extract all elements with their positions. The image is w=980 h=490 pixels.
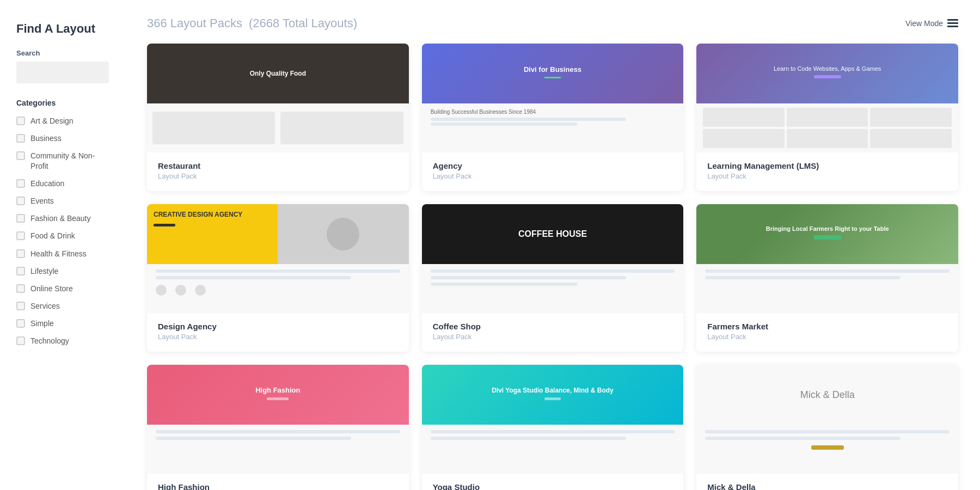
card-yoga[interactable]: Divi Yoga Studio Balance, Mind & Body Yo…: [422, 365, 684, 490]
card-subtitle-design-agency: Layout Pack: [158, 333, 398, 341]
search-input[interactable]: [16, 62, 109, 83]
category-checkbox-simple[interactable]: [16, 319, 25, 328]
card-fashion[interactable]: High Fashion High Fashion Layout Pack: [147, 365, 409, 490]
category-checkbox-technology[interactable]: [16, 336, 25, 345]
card-lms[interactable]: Learn to Code Websites, Apps & Games: [696, 44, 958, 191]
category-checkbox-food-drink[interactable]: [16, 231, 25, 240]
category-checkbox-fashion-beauty[interactable]: [16, 214, 25, 223]
category-label-online-store: Online Store: [30, 284, 73, 293]
category-label-education: Education: [30, 179, 64, 188]
category-item-lifestyle[interactable]: Lifestyle: [16, 266, 109, 276]
card-body-agency: Agency Layout Pack: [422, 152, 684, 191]
card-title-restaurant: Restaurant: [158, 161, 398, 170]
card-title-fashion: High Fashion: [158, 482, 398, 490]
category-item-events[interactable]: Events: [16, 196, 109, 206]
card-agency[interactable]: Divi for Business Building Successful Bu…: [422, 44, 684, 191]
grid-icon: [947, 19, 958, 28]
card-body-restaurant: Restaurant Layout Pack: [147, 152, 409, 191]
card-body-lms: Learning Management (LMS) Layout Pack: [696, 152, 958, 191]
card-subtitle-coffee-shop: Layout Pack: [433, 333, 673, 341]
layout-count: 366 Layout Packs (2668 Total Layouts): [147, 16, 357, 30]
card-title-design-agency: Design Agency: [158, 322, 398, 331]
card-image-restaurant: Only Quality Food: [147, 44, 409, 152]
categories-list: Art & Design Business Community & Non-Pr…: [16, 116, 109, 346]
card-image-yoga: Divi Yoga Studio Balance, Mind & Body: [422, 365, 684, 474]
card-body-coffee-shop: Coffee Shop Layout Pack: [422, 313, 684, 352]
category-item-education[interactable]: Education: [16, 179, 109, 188]
view-mode-button[interactable]: View Mode: [905, 19, 958, 28]
category-item-business[interactable]: Business: [16, 133, 109, 143]
category-checkbox-education[interactable]: [16, 179, 25, 188]
card-image-fashion: High Fashion: [147, 365, 409, 474]
view-mode-label: View Mode: [905, 19, 943, 28]
category-item-simple[interactable]: Simple: [16, 318, 109, 328]
card-image-lms: Learn to Code Websites, Apps & Games: [696, 44, 958, 152]
category-item-online-store[interactable]: Online Store: [16, 284, 109, 293]
category-checkbox-services[interactable]: [16, 302, 25, 310]
category-label-simple: Simple: [30, 318, 54, 328]
card-farmers-market[interactable]: Bringing Local Farmers Right to your Tab…: [696, 204, 958, 352]
category-label-community: Community & Non-Profit: [30, 151, 109, 170]
sidebar-title: Find A Layout: [16, 22, 109, 36]
card-coffee-shop[interactable]: COFFEE HOUSE Coffee Shop Layout Pack: [422, 204, 684, 352]
category-checkbox-lifestyle[interactable]: [16, 267, 25, 275]
category-item-fashion-beauty[interactable]: Fashion & Beauty: [16, 213, 109, 223]
card-image-design-agency: CREATIVE DESIGN AGENCY: [147, 204, 409, 313]
category-label-lifestyle: Lifestyle: [30, 266, 58, 276]
card-restaurant[interactable]: Only Quality Food Restaurant Layout Pack: [147, 44, 409, 191]
category-label-business: Business: [30, 133, 62, 143]
category-label-food-drink: Food & Drink: [30, 231, 75, 241]
category-checkbox-online-store[interactable]: [16, 284, 25, 293]
category-item-art-design[interactable]: Art & Design: [16, 116, 109, 126]
card-design-agency[interactable]: CREATIVE DESIGN AGENCY: [147, 204, 409, 352]
card-body-design-agency: Design Agency Layout Pack: [147, 313, 409, 352]
category-checkbox-community[interactable]: [16, 151, 25, 160]
category-label-technology: Technology: [30, 336, 69, 346]
card-image-coffee-shop: COFFEE HOUSE: [422, 204, 684, 313]
card-title-yoga: Yoga Studio: [433, 482, 673, 490]
card-body-farmers-market: Farmers Market Layout Pack: [696, 313, 958, 352]
card-subtitle-restaurant: Layout Pack: [158, 172, 398, 180]
card-wedding[interactable]: Mick & Della Mick & Della Layout Pack: [696, 365, 958, 490]
card-title-coffee-shop: Coffee Shop: [433, 322, 673, 331]
pack-count: 366 Layout Packs: [147, 16, 242, 30]
category-label-events: Events: [30, 196, 54, 206]
category-checkbox-events[interactable]: [16, 197, 25, 205]
categories-title: Categories: [16, 99, 109, 107]
card-image-wedding: Mick & Della: [696, 365, 958, 474]
category-item-community[interactable]: Community & Non-Profit: [16, 151, 109, 170]
card-body-fashion: High Fashion Layout Pack: [147, 474, 409, 490]
app-container: Find A Layout Search Categories Art & De…: [0, 0, 980, 490]
category-checkbox-art-design[interactable]: [16, 117, 25, 125]
card-body-yoga: Yoga Studio Layout Pack: [422, 474, 684, 490]
category-label-services: Services: [30, 301, 60, 311]
category-item-health-fitness[interactable]: Health & Fitness: [16, 249, 109, 259]
card-title-agency: Agency: [433, 161, 673, 170]
total-layouts: (2668 Total Layouts): [249, 16, 357, 30]
main-content: 366 Layout Packs (2668 Total Layouts) Vi…: [125, 0, 980, 490]
card-image-farmers-market: Bringing Local Farmers Right to your Tab…: [696, 204, 958, 313]
card-subtitle-farmers-market: Layout Pack: [707, 333, 947, 341]
category-item-services[interactable]: Services: [16, 301, 109, 311]
category-checkbox-business[interactable]: [16, 134, 25, 143]
sidebar: Find A Layout Search Categories Art & De…: [0, 0, 125, 490]
category-checkbox-health-fitness[interactable]: [16, 249, 25, 258]
card-title-farmers-market: Farmers Market: [707, 322, 947, 331]
card-title-lms: Learning Management (LMS): [707, 161, 947, 170]
category-label-fashion-beauty: Fashion & Beauty: [30, 213, 91, 223]
search-label: Search: [16, 49, 109, 57]
cards-grid: Only Quality Food Restaurant Layout Pack…: [147, 44, 958, 490]
card-body-wedding: Mick & Della Layout Pack: [696, 474, 958, 490]
card-subtitle-agency: Layout Pack: [433, 172, 673, 180]
category-label-art-design: Art & Design: [30, 116, 74, 126]
card-image-agency: Divi for Business Building Successful Bu…: [422, 44, 684, 152]
card-subtitle-lms: Layout Pack: [707, 172, 947, 180]
main-header: 366 Layout Packs (2668 Total Layouts) Vi…: [147, 16, 958, 30]
category-label-health-fitness: Health & Fitness: [30, 249, 87, 259]
category-item-technology[interactable]: Technology: [16, 336, 109, 346]
category-item-food-drink[interactable]: Food & Drink: [16, 231, 109, 241]
card-title-wedding: Mick & Della: [707, 482, 947, 490]
